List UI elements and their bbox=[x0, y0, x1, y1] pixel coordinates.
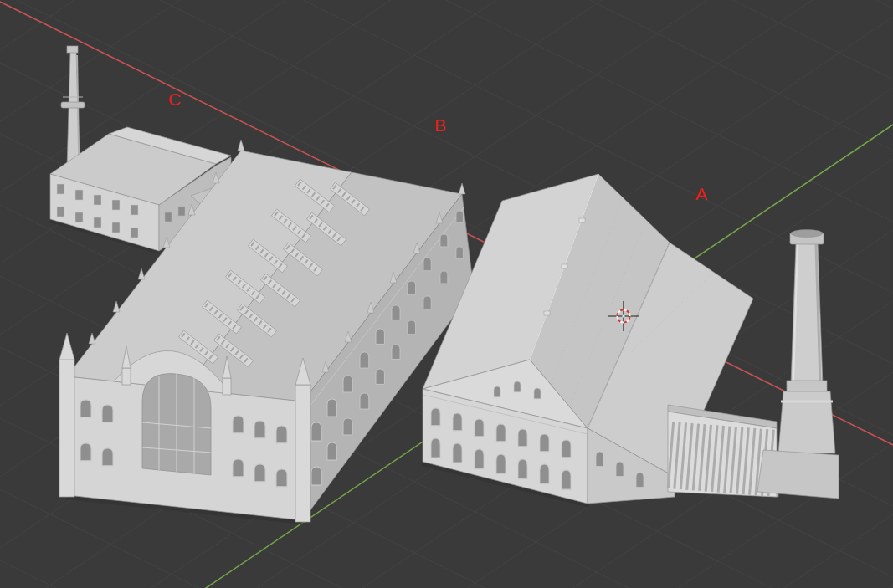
label-a[interactable]: A bbox=[695, 184, 707, 203]
viewport-canvas[interactable]: C B A bbox=[0, 0, 893, 588]
label-b[interactable]: B bbox=[434, 115, 446, 135]
app-window: C B A bbox=[0, 0, 893, 588]
label-c[interactable]: C bbox=[168, 89, 181, 109]
